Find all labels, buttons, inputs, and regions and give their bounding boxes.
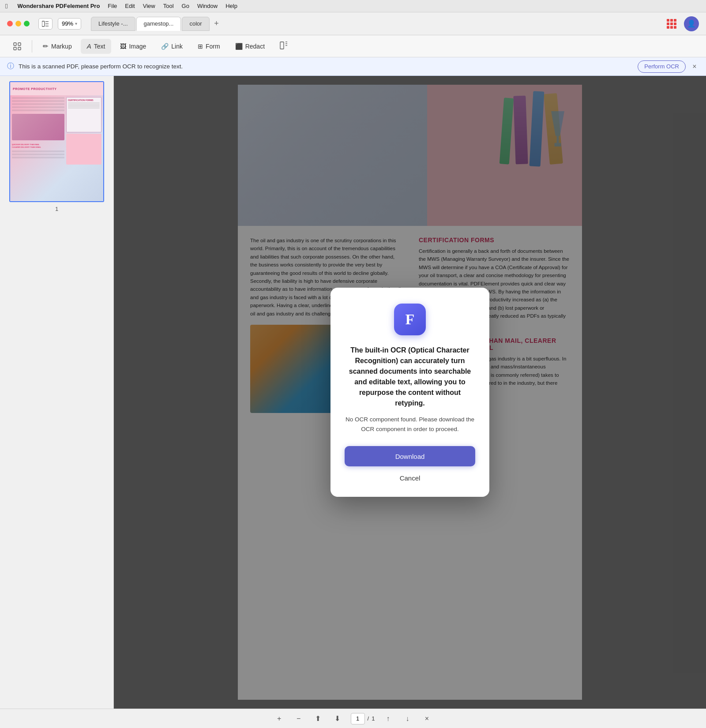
- svg-rect-6: [14, 47, 16, 50]
- sidebar-toggle-button[interactable]: [38, 18, 53, 30]
- layout-icon: [280, 41, 288, 51]
- tab-color[interactable]: color: [182, 17, 209, 31]
- modal-cancel-button[interactable]: Cancel: [391, 472, 429, 484]
- redact-icon: ⬛: [235, 43, 243, 50]
- toolbar-all-tools-button[interactable]: [7, 39, 27, 54]
- thumbnail-image: PROMOTE PRODUCTIVITY QUICKER DELIVERY TH…: [10, 82, 103, 201]
- fit-top-button[interactable]: ⬆: [312, 713, 324, 725]
- close-bottom-button[interactable]: ×: [421, 713, 433, 725]
- svg-rect-0: [42, 21, 45, 26]
- traffic-lights: [7, 21, 30, 26]
- bottom-bar: + − ⬆ ⬇ / 1 ↑ ↓ ×: [0, 709, 706, 728]
- toolbar-redact-button[interactable]: ⬛ Redact: [229, 39, 271, 54]
- perform-ocr-button[interactable]: Perform OCR: [638, 60, 686, 73]
- modal-icon-letter: F: [406, 311, 415, 328]
- link-icon: 🔗: [161, 43, 169, 50]
- menu-file[interactable]: File: [108, 3, 117, 9]
- minimize-window-button[interactable]: [15, 21, 21, 26]
- tab-gamestop[interactable]: gamestop...: [136, 17, 181, 31]
- grid-view-button[interactable]: [665, 17, 679, 31]
- app-name[interactable]: Wondershare PDFelement Pro: [17, 3, 100, 9]
- page-down-button[interactable]: ↓: [401, 713, 413, 725]
- add-tab-button[interactable]: +: [210, 18, 223, 30]
- menu-help[interactable]: Help: [225, 3, 237, 9]
- modal-title: The built-in OCR (Optical Character Reco…: [345, 345, 475, 409]
- page-info: / 1: [351, 713, 375, 724]
- menu-window[interactable]: Window: [197, 3, 218, 9]
- toolbar-link-button[interactable]: 🔗 Link: [155, 39, 189, 54]
- modal-app-icon: F: [394, 304, 426, 335]
- zoom-in-button[interactable]: +: [273, 713, 285, 725]
- toolbar-image-button[interactable]: 🖼 Image: [114, 39, 152, 54]
- main-area: PROMOTE PRODUCTIVITY QUICKER DELIVERY TH…: [0, 76, 706, 709]
- menu-edit[interactable]: Edit: [125, 3, 135, 9]
- total-pages: 1: [372, 715, 375, 722]
- markup-label: Markup: [51, 43, 72, 50]
- modal-overlay: F The built-in OCR (Optical Character Re…: [114, 76, 706, 709]
- toolbar-markup-button[interactable]: ✏ Markup: [37, 39, 78, 54]
- modal-download-button[interactable]: Download: [345, 446, 475, 466]
- menu-go[interactable]: Go: [182, 3, 189, 9]
- svg-rect-7: [18, 47, 21, 50]
- chevron-down-icon: ▾: [75, 21, 77, 26]
- menu-view[interactable]: View: [143, 3, 155, 9]
- tab-lifestyle[interactable]: Lifestyle -...: [91, 17, 135, 31]
- toolbar-layout-button[interactable]: [274, 39, 294, 54]
- form-icon: ⊞: [198, 43, 203, 50]
- page-up-button[interactable]: ↑: [382, 713, 394, 725]
- toolbar-text-button[interactable]: A Text: [81, 39, 112, 54]
- image-label: Image: [129, 43, 146, 50]
- svg-rect-5: [18, 43, 21, 45]
- markup-icon: ✏: [43, 42, 49, 50]
- svg-rect-8: [280, 42, 284, 49]
- toolbar-divider: [32, 40, 32, 53]
- sidebar: PROMOTE PRODUCTIVITY QUICKER DELIVERY TH…: [0, 76, 114, 709]
- page-separator: /: [368, 715, 369, 722]
- current-page-input[interactable]: [351, 713, 365, 724]
- ocr-banner-message: This is a scanned PDF, please perform OC…: [19, 63, 633, 70]
- secondary-toolbar: ✏ Markup A Text 🖼 Image 🔗 Link ⊞ Form ⬛ …: [0, 35, 706, 57]
- title-bar: 99% ▾ Lifestyle -... gamestop... color +…: [0, 12, 706, 35]
- page-thumbnail[interactable]: PROMOTE PRODUCTIVITY QUICKER DELIVERY TH…: [9, 81, 104, 202]
- modal-description: No OCR component found. Please download …: [345, 415, 475, 434]
- text-icon: A: [87, 42, 91, 50]
- user-avatar[interactable]: 👤: [684, 16, 699, 31]
- avatar-icon: 👤: [687, 19, 696, 28]
- apple-logo: : [5, 2, 8, 10]
- toolbar-form-button[interactable]: ⊞ Form: [192, 39, 226, 54]
- zoom-control[interactable]: 99% ▾: [58, 18, 81, 30]
- ocr-banner: ⓘ This is a scanned PDF, please perform …: [0, 57, 706, 76]
- link-label: Link: [171, 43, 183, 50]
- page-number: 1: [55, 206, 58, 212]
- menu-tool[interactable]: Tool: [163, 3, 174, 9]
- svg-rect-4: [14, 43, 16, 45]
- text-label: Text: [94, 43, 105, 50]
- zoom-value: 99%: [62, 20, 73, 27]
- pdf-area[interactable]: The oil and gas industry is one of the s…: [114, 76, 706, 709]
- close-banner-button[interactable]: ×: [690, 62, 699, 71]
- info-icon: ⓘ: [7, 62, 14, 71]
- form-label: Form: [206, 43, 220, 50]
- fit-bottom-button[interactable]: ⬇: [331, 713, 344, 725]
- menu-bar:  Wondershare PDFelement Pro File Edit V…: [0, 0, 706, 12]
- close-window-button[interactable]: [7, 21, 13, 26]
- maximize-window-button[interactable]: [24, 21, 30, 26]
- image-icon: 🖼: [120, 43, 126, 50]
- ocr-modal: F The built-in OCR (Optical Character Re…: [330, 288, 489, 497]
- redact-label: Redact: [245, 43, 265, 50]
- tabs-area: Lifestyle -... gamestop... color +: [91, 17, 659, 31]
- zoom-out-button[interactable]: −: [293, 713, 305, 725]
